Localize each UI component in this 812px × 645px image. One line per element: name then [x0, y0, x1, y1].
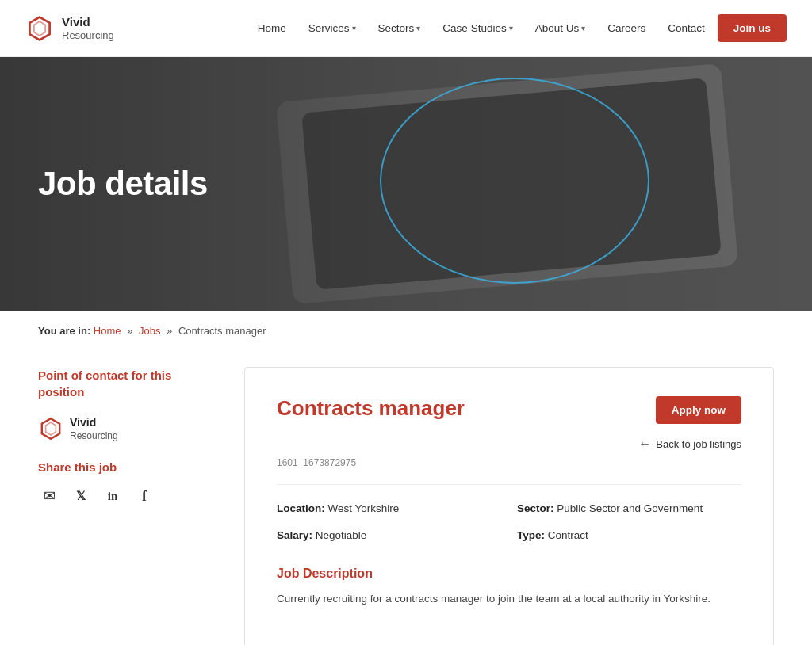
- breadcrumb-sep2: »: [167, 325, 175, 337]
- chevron-down-icon: ▾: [581, 24, 585, 32]
- sidebar-contact-title: Point of contact for this position: [38, 367, 213, 400]
- main-layout: Point of contact for this position Vivid…: [0, 351, 812, 645]
- breadcrumb-prefix: You are in:: [38, 325, 90, 337]
- location-value: West Yorkshire: [328, 502, 400, 514]
- nav-careers[interactable]: Careers: [598, 16, 655, 40]
- main-nav: Home Services ▾ Sectors ▾ Case Studies ▾…: [248, 14, 787, 42]
- nav-home[interactable]: Home: [248, 16, 296, 40]
- nav-case-studies[interactable]: Case Studies ▾: [433, 16, 522, 40]
- logo-text: Vivid Resourcing: [62, 15, 114, 42]
- job-panel-header: Contracts manager Apply now ← Back to jo…: [277, 396, 741, 451]
- nav-contact[interactable]: Contact: [658, 16, 714, 40]
- back-to-listings[interactable]: ← Back to job listings: [638, 437, 741, 451]
- sidebar-logo-text: Vivid Resourcing: [70, 416, 118, 441]
- social-icons: ✉ 𝕏 in f: [38, 485, 213, 507]
- nav-sectors[interactable]: Sectors ▾: [369, 16, 431, 40]
- sidebar-logo-icon: [38, 416, 63, 441]
- salary-value: Negotiable: [316, 529, 367, 541]
- chevron-down-icon: ▾: [509, 24, 513, 32]
- hero-oval-decoration: [380, 78, 649, 284]
- sidebar-logo: Vivid Resourcing: [38, 416, 213, 441]
- logo-sub: Resourcing: [62, 29, 114, 42]
- salary-label: Salary:: [277, 529, 312, 541]
- type-value: Contract: [548, 529, 588, 541]
- sector-value: Public Sector and Government: [557, 502, 703, 514]
- back-arrow-icon: ←: [638, 437, 651, 451]
- apply-button[interactable]: Apply now: [656, 396, 741, 424]
- sidebar-logo-brand: Vivid: [70, 416, 118, 429]
- job-ref: 1601_1673872975: [277, 457, 741, 468]
- sidebar-share-title: Share this job: [38, 460, 213, 474]
- location-label: Location:: [277, 502, 325, 514]
- back-link-text: Back to job listings: [656, 438, 741, 450]
- job-title: Contracts manager: [277, 396, 465, 421]
- breadcrumb-home[interactable]: Home: [94, 325, 121, 337]
- job-sector: Sector: Public Sector and Government: [517, 501, 741, 517]
- breadcrumb: You are in: Home » Jobs » Contracts mana…: [0, 311, 812, 351]
- sidebar-logo-sub: Resourcing: [70, 430, 118, 441]
- job-description-text: Currently recruiting for a contracts man…: [277, 590, 741, 608]
- job-panel: Contracts manager Apply now ← Back to jo…: [244, 367, 774, 645]
- job-salary: Salary: Negotiable: [277, 528, 501, 544]
- linkedin-icon[interactable]: in: [102, 485, 124, 507]
- svg-marker-2: [42, 418, 59, 439]
- svg-marker-0: [29, 17, 49, 40]
- hero-section: Job details: [0, 57, 812, 311]
- join-button[interactable]: Join us: [718, 14, 787, 42]
- logo[interactable]: Vivid Resourcing: [25, 14, 114, 43]
- job-type: Type: Contract: [517, 528, 741, 544]
- svg-marker-1: [34, 21, 45, 36]
- job-location: Location: West Yorkshire: [277, 501, 501, 517]
- hero-title: Job details: [38, 165, 208, 203]
- job-details-grid: Location: West Yorkshire Sector: Public …: [277, 484, 741, 544]
- job-header-right: Apply now ← Back to job listings: [638, 396, 741, 451]
- breadcrumb-sep: »: [127, 325, 136, 337]
- job-description-title: Job Description: [277, 567, 741, 581]
- nav-about[interactable]: About Us ▾: [526, 16, 596, 40]
- logo-brand: Vivid: [62, 15, 114, 29]
- email-icon[interactable]: ✉: [38, 485, 60, 507]
- svg-marker-3: [46, 422, 56, 435]
- hero-content: Job details: [0, 165, 246, 203]
- sector-label: Sector:: [517, 502, 554, 514]
- breadcrumb-current: Contracts manager: [178, 325, 266, 337]
- facebook-icon[interactable]: f: [133, 485, 155, 507]
- type-label: Type:: [517, 529, 545, 541]
- nav-services[interactable]: Services ▾: [299, 16, 366, 40]
- sidebar: Point of contact for this position Vivid…: [38, 367, 213, 645]
- chevron-down-icon: ▾: [352, 24, 356, 32]
- site-header: Vivid Resourcing Home Services ▾ Sectors…: [0, 0, 812, 57]
- breadcrumb-jobs[interactable]: Jobs: [139, 325, 160, 337]
- chevron-down-icon: ▾: [416, 24, 420, 32]
- twitter-icon[interactable]: 𝕏: [70, 485, 92, 507]
